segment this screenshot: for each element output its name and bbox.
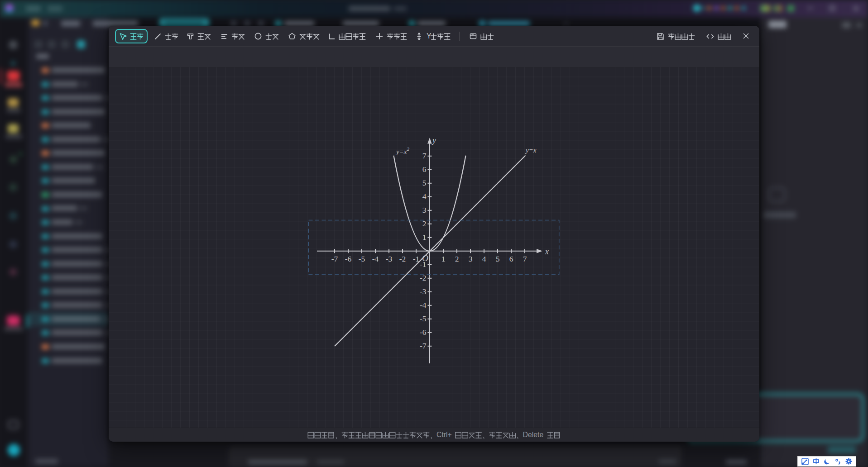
svg-text:y: y [432, 136, 436, 145]
svg-text:3: 3 [422, 205, 427, 214]
svg-text:6: 6 [509, 254, 513, 263]
svg-text:2: 2 [422, 219, 427, 228]
svg-text:-5: -5 [420, 314, 427, 323]
svg-text:y=x: y=x [525, 147, 537, 154]
svg-text:y=x2: y=x2 [395, 146, 409, 155]
svg-text:-3: -3 [386, 254, 393, 263]
svg-text:-5: -5 [359, 254, 365, 263]
svg-text:-4: -4 [372, 254, 379, 263]
svg-text:-7: -7 [331, 254, 338, 263]
svg-text:Y: Y [427, 32, 432, 40]
svg-text:4: 4 [482, 254, 486, 263]
svg-text:4: 4 [422, 192, 427, 201]
svg-text:-4: -4 [420, 300, 427, 310]
svg-text:1: 1 [422, 233, 427, 242]
svg-text:Delete: Delete [523, 431, 544, 438]
svg-text:7: 7 [422, 151, 427, 160]
svg-text:5: 5 [496, 254, 500, 263]
svg-text:1: 1 [441, 254, 446, 263]
svg-text:-7: -7 [420, 341, 427, 350]
svg-text:x: x [545, 247, 549, 256]
svg-text:-6: -6 [420, 328, 427, 337]
svg-text:-3: -3 [420, 287, 427, 296]
svg-text:-2: -2 [399, 254, 406, 263]
svg-text:6: 6 [422, 165, 427, 174]
svg-text:3: 3 [469, 254, 473, 263]
svg-text:Ctrl+: Ctrl+ [436, 431, 452, 438]
svg-text:2: 2 [455, 254, 459, 263]
svg-text:7: 7 [523, 254, 527, 263]
svg-text:-6: -6 [345, 254, 352, 263]
svg-text:5: 5 [422, 178, 427, 187]
